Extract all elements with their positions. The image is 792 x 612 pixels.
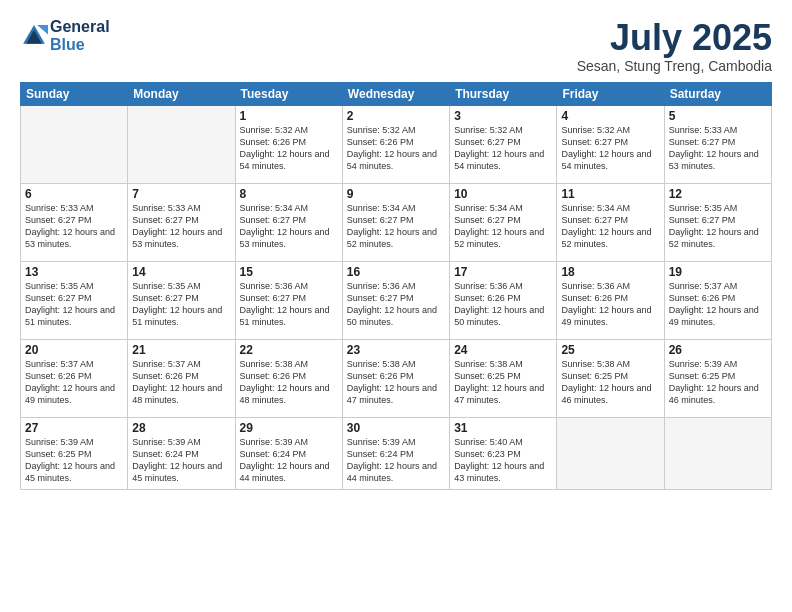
calendar-cell: 9Sunrise: 5:34 AM Sunset: 6:27 PM Daylig… <box>342 183 449 261</box>
day-info: Sunrise: 5:39 AM Sunset: 6:24 PM Dayligh… <box>132 436 230 485</box>
day-info: Sunrise: 5:32 AM Sunset: 6:26 PM Dayligh… <box>347 124 445 173</box>
calendar-cell: 20Sunrise: 5:37 AM Sunset: 6:26 PM Dayli… <box>21 339 128 417</box>
calendar-cell <box>21 105 128 183</box>
calendar-cell: 29Sunrise: 5:39 AM Sunset: 6:24 PM Dayli… <box>235 417 342 489</box>
logo-text: General Blue <box>50 18 110 54</box>
day-info: Sunrise: 5:35 AM Sunset: 6:27 PM Dayligh… <box>132 280 230 329</box>
day-number: 8 <box>240 187 338 201</box>
calendar-cell: 14Sunrise: 5:35 AM Sunset: 6:27 PM Dayli… <box>128 261 235 339</box>
day-number: 31 <box>454 421 552 435</box>
day-info: Sunrise: 5:39 AM Sunset: 6:25 PM Dayligh… <box>25 436 123 485</box>
day-info: Sunrise: 5:39 AM Sunset: 6:24 PM Dayligh… <box>240 436 338 485</box>
calendar-cell: 26Sunrise: 5:39 AM Sunset: 6:25 PM Dayli… <box>664 339 771 417</box>
header: General Blue July 2025 Sesan, Stung Tren… <box>20 18 772 74</box>
calendar-cell: 22Sunrise: 5:38 AM Sunset: 6:26 PM Dayli… <box>235 339 342 417</box>
weekday-header-row: SundayMondayTuesdayWednesdayThursdayFrid… <box>21 82 772 105</box>
day-info: Sunrise: 5:39 AM Sunset: 6:25 PM Dayligh… <box>669 358 767 407</box>
weekday-header-saturday: Saturday <box>664 82 771 105</box>
day-number: 11 <box>561 187 659 201</box>
calendar-cell: 12Sunrise: 5:35 AM Sunset: 6:27 PM Dayli… <box>664 183 771 261</box>
day-number: 1 <box>240 109 338 123</box>
day-info: Sunrise: 5:34 AM Sunset: 6:27 PM Dayligh… <box>454 202 552 251</box>
calendar-cell: 30Sunrise: 5:39 AM Sunset: 6:24 PM Dayli… <box>342 417 449 489</box>
day-info: Sunrise: 5:34 AM Sunset: 6:27 PM Dayligh… <box>561 202 659 251</box>
logo-icon <box>20 22 48 50</box>
day-info: Sunrise: 5:40 AM Sunset: 6:23 PM Dayligh… <box>454 436 552 485</box>
day-number: 16 <box>347 265 445 279</box>
calendar-cell: 24Sunrise: 5:38 AM Sunset: 6:25 PM Dayli… <box>450 339 557 417</box>
calendar-table: SundayMondayTuesdayWednesdayThursdayFrid… <box>20 82 772 490</box>
day-number: 14 <box>132 265 230 279</box>
calendar-cell: 4Sunrise: 5:32 AM Sunset: 6:27 PM Daylig… <box>557 105 664 183</box>
day-number: 6 <box>25 187 123 201</box>
day-info: Sunrise: 5:35 AM Sunset: 6:27 PM Dayligh… <box>669 202 767 251</box>
day-info: Sunrise: 5:36 AM Sunset: 6:26 PM Dayligh… <box>561 280 659 329</box>
day-info: Sunrise: 5:37 AM Sunset: 6:26 PM Dayligh… <box>25 358 123 407</box>
day-info: Sunrise: 5:36 AM Sunset: 6:27 PM Dayligh… <box>347 280 445 329</box>
day-number: 13 <box>25 265 123 279</box>
calendar-cell: 28Sunrise: 5:39 AM Sunset: 6:24 PM Dayli… <box>128 417 235 489</box>
day-info: Sunrise: 5:35 AM Sunset: 6:27 PM Dayligh… <box>25 280 123 329</box>
day-number: 30 <box>347 421 445 435</box>
day-number: 3 <box>454 109 552 123</box>
day-info: Sunrise: 5:33 AM Sunset: 6:27 PM Dayligh… <box>25 202 123 251</box>
weekday-header-tuesday: Tuesday <box>235 82 342 105</box>
calendar-cell: 8Sunrise: 5:34 AM Sunset: 6:27 PM Daylig… <box>235 183 342 261</box>
day-number: 25 <box>561 343 659 357</box>
day-info: Sunrise: 5:33 AM Sunset: 6:27 PM Dayligh… <box>132 202 230 251</box>
week-row-2: 6Sunrise: 5:33 AM Sunset: 6:27 PM Daylig… <box>21 183 772 261</box>
day-number: 29 <box>240 421 338 435</box>
day-info: Sunrise: 5:32 AM Sunset: 6:26 PM Dayligh… <box>240 124 338 173</box>
day-info: Sunrise: 5:32 AM Sunset: 6:27 PM Dayligh… <box>454 124 552 173</box>
calendar-cell <box>128 105 235 183</box>
day-number: 15 <box>240 265 338 279</box>
day-info: Sunrise: 5:38 AM Sunset: 6:25 PM Dayligh… <box>454 358 552 407</box>
calendar-cell: 21Sunrise: 5:37 AM Sunset: 6:26 PM Dayli… <box>128 339 235 417</box>
calendar-cell: 7Sunrise: 5:33 AM Sunset: 6:27 PM Daylig… <box>128 183 235 261</box>
day-number: 4 <box>561 109 659 123</box>
weekday-header-monday: Monday <box>128 82 235 105</box>
day-info: Sunrise: 5:39 AM Sunset: 6:24 PM Dayligh… <box>347 436 445 485</box>
week-row-5: 27Sunrise: 5:39 AM Sunset: 6:25 PM Dayli… <box>21 417 772 489</box>
calendar-cell: 15Sunrise: 5:36 AM Sunset: 6:27 PM Dayli… <box>235 261 342 339</box>
month-title: July 2025 <box>577 18 772 58</box>
day-number: 18 <box>561 265 659 279</box>
day-info: Sunrise: 5:34 AM Sunset: 6:27 PM Dayligh… <box>240 202 338 251</box>
day-number: 24 <box>454 343 552 357</box>
week-row-1: 1Sunrise: 5:32 AM Sunset: 6:26 PM Daylig… <box>21 105 772 183</box>
logo: General Blue <box>20 18 110 54</box>
day-number: 26 <box>669 343 767 357</box>
weekday-header-wednesday: Wednesday <box>342 82 449 105</box>
day-info: Sunrise: 5:36 AM Sunset: 6:27 PM Dayligh… <box>240 280 338 329</box>
subtitle: Sesan, Stung Treng, Cambodia <box>577 58 772 74</box>
calendar-cell: 13Sunrise: 5:35 AM Sunset: 6:27 PM Dayli… <box>21 261 128 339</box>
day-info: Sunrise: 5:32 AM Sunset: 6:27 PM Dayligh… <box>561 124 659 173</box>
day-info: Sunrise: 5:37 AM Sunset: 6:26 PM Dayligh… <box>669 280 767 329</box>
page: General Blue July 2025 Sesan, Stung Tren… <box>0 0 792 612</box>
calendar-cell <box>557 417 664 489</box>
calendar-cell: 31Sunrise: 5:40 AM Sunset: 6:23 PM Dayli… <box>450 417 557 489</box>
day-number: 2 <box>347 109 445 123</box>
day-number: 12 <box>669 187 767 201</box>
calendar-cell: 23Sunrise: 5:38 AM Sunset: 6:26 PM Dayli… <box>342 339 449 417</box>
day-info: Sunrise: 5:38 AM Sunset: 6:26 PM Dayligh… <box>347 358 445 407</box>
calendar-cell: 11Sunrise: 5:34 AM Sunset: 6:27 PM Dayli… <box>557 183 664 261</box>
svg-marker-2 <box>37 25 48 34</box>
day-number: 28 <box>132 421 230 435</box>
day-number: 23 <box>347 343 445 357</box>
day-number: 20 <box>25 343 123 357</box>
calendar-cell: 5Sunrise: 5:33 AM Sunset: 6:27 PM Daylig… <box>664 105 771 183</box>
day-info: Sunrise: 5:38 AM Sunset: 6:25 PM Dayligh… <box>561 358 659 407</box>
week-row-3: 13Sunrise: 5:35 AM Sunset: 6:27 PM Dayli… <box>21 261 772 339</box>
calendar-cell <box>664 417 771 489</box>
calendar-cell: 10Sunrise: 5:34 AM Sunset: 6:27 PM Dayli… <box>450 183 557 261</box>
day-number: 9 <box>347 187 445 201</box>
day-number: 19 <box>669 265 767 279</box>
day-number: 10 <box>454 187 552 201</box>
weekday-header-friday: Friday <box>557 82 664 105</box>
calendar-cell: 1Sunrise: 5:32 AM Sunset: 6:26 PM Daylig… <box>235 105 342 183</box>
calendar-cell: 17Sunrise: 5:36 AM Sunset: 6:26 PM Dayli… <box>450 261 557 339</box>
day-number: 7 <box>132 187 230 201</box>
day-info: Sunrise: 5:34 AM Sunset: 6:27 PM Dayligh… <box>347 202 445 251</box>
title-block: July 2025 Sesan, Stung Treng, Cambodia <box>577 18 772 74</box>
